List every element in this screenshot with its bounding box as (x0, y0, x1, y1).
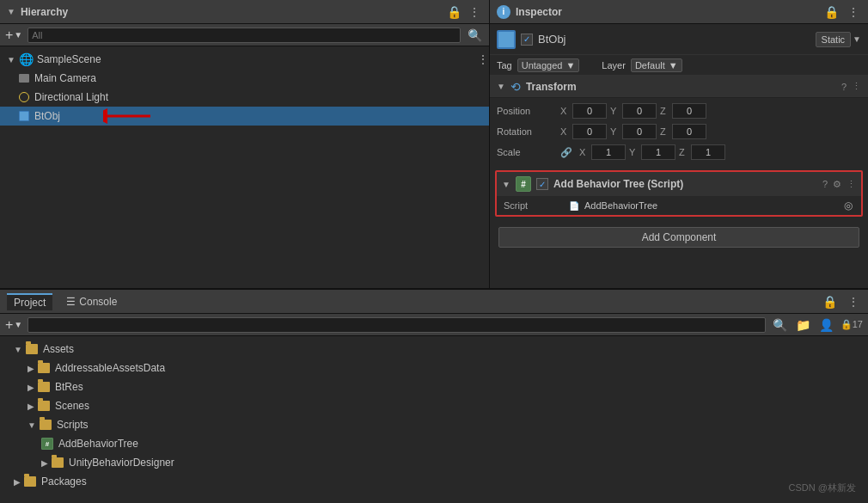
hierarchy-search-input[interactable] (28, 28, 461, 43)
script-addbehaviortree[interactable]: # AddBehaviorTree (7, 434, 861, 453)
script-ref-icon: 📄 (569, 201, 579, 211)
watermark: CSDN @林新发 (789, 482, 856, 494)
transform-settings-button[interactable]: ⋮ (852, 81, 861, 92)
folder-unitydesigner[interactable]: ▶ UnityBehaviorDesigner (7, 453, 861, 472)
scale-z-axis: Z (679, 147, 689, 157)
packages-expand-icon: ▶ (14, 477, 21, 487)
position-x-input[interactable] (572, 103, 607, 119)
bottom-lock-button[interactable]: 🔒 (821, 295, 839, 309)
bottom-more-button[interactable]: ⋮ (846, 295, 861, 309)
scripts-folder-icon (40, 420, 52, 430)
folder-scripts[interactable]: ▼ Scripts (7, 415, 861, 434)
scale-y-axis: Y (629, 147, 639, 157)
object-cube-icon (497, 30, 516, 49)
packages-root[interactable]: ▶ Packages (7, 472, 861, 491)
scene-root[interactable]: ▼ 🌐 SampleScene ⋮ (0, 50, 489, 69)
static-dropdown[interactable]: Static ▼ (816, 32, 861, 47)
position-x-item: X (560, 103, 607, 119)
folder-addressable[interactable]: ▶ AddressableAssetsData (7, 359, 861, 377)
rotation-y-input[interactable] (622, 124, 657, 139)
scripts-label: Scripts (57, 419, 89, 431)
red-arrow-indicator (103, 107, 155, 125)
transform-title: Transform (526, 81, 836, 93)
tree-item-main-camera[interactable]: Main Camera (0, 69, 489, 88)
object-enabled-checkbox[interactable]: ✓ (521, 34, 533, 46)
position-y-input[interactable] (622, 103, 657, 119)
scenes-folder-icon (38, 401, 50, 411)
scale-x-item: X (579, 144, 626, 160)
hierarchy-lock-button[interactable]: 🔒 (445, 5, 463, 19)
project-search-icon[interactable]: 🔍 (771, 318, 789, 332)
add-component-button[interactable]: Add Component (498, 227, 859, 248)
hierarchy-search-icon[interactable]: 🔍 (466, 28, 484, 42)
folder-scenes[interactable]: ▶ Scenes (7, 396, 861, 415)
tree-item-btobj[interactable]: BtObj (0, 107, 489, 126)
addressable-expand-icon: ▶ (28, 364, 34, 373)
tag-dropdown[interactable]: Untagged ▼ (517, 58, 580, 72)
assets-root[interactable]: ▼ Assets (7, 340, 861, 359)
light-icon (17, 90, 31, 104)
script-help-button[interactable]: ? (822, 179, 828, 189)
bottom-area: Project ☰ Console 🔒 ⋮ +▼ 🔍 📁 👤 🔒17 ▼ Ass… (0, 288, 868, 503)
bottom-toolbar: +▼ 🔍 📁 👤 🔒17 (0, 314, 868, 336)
inspector-more-button[interactable]: ⋮ (846, 5, 861, 19)
rotation-z-input[interactable] (672, 124, 706, 139)
script-file-icon: # (516, 176, 531, 192)
tag-label: Tag (497, 60, 512, 71)
addressable-label: AddressableAssetsData (55, 362, 165, 374)
scenes-label: Scenes (55, 400, 89, 412)
scale-x-axis: X (579, 147, 590, 157)
transform-help-button[interactable]: ? (841, 82, 847, 92)
folder-btres[interactable]: ▶ BtRes (7, 377, 861, 396)
project-search-input[interactable] (28, 317, 766, 333)
hierarchy-title: Hierarchy (21, 6, 440, 18)
layer-dropdown[interactable]: Default ▼ (631, 58, 682, 72)
hierarchy-toolbar: +▼ 🔍 (0, 24, 489, 46)
rotation-y-axis: Y (610, 126, 620, 137)
scale-y-input[interactable] (641, 144, 675, 160)
script-ref-target-button[interactable]: ◎ (842, 199, 854, 212)
hierarchy-header: ▼ Hierarchy 🔒 ⋮ (0, 0, 489, 24)
position-xyz: X Y Z (560, 103, 861, 119)
layer-label: Layer (602, 60, 626, 71)
scale-link-icon: 🔗 (560, 147, 572, 158)
transform-section-header: ▼ ⟲ Transform ? ⋮ (490, 76, 868, 98)
transform-section-icon: ⟲ (510, 80, 521, 94)
scale-z-input[interactable] (691, 144, 725, 160)
hierarchy-more-button[interactable]: ⋮ (467, 5, 482, 19)
tag-value: Untagged (522, 60, 563, 71)
scene-more-button[interactable]: ⋮ (477, 52, 489, 66)
project-folder-button[interactable]: 📁 (794, 318, 812, 332)
script-settings-button[interactable]: ⚙ (833, 179, 841, 190)
tab-console[interactable]: ☰ Console (59, 294, 124, 310)
scale-x-input[interactable] (591, 144, 626, 160)
hierarchy-add-button[interactable]: +▼ (5, 28, 22, 43)
directional-light-label: Directional Light (34, 91, 108, 103)
script-enabled-checkbox[interactable]: ✓ (536, 178, 548, 190)
btres-folder-icon (38, 382, 50, 392)
inspector-lock-button[interactable]: 🔒 (822, 5, 840, 19)
script-more-button[interactable]: ⋮ (847, 179, 856, 190)
project-person-button[interactable]: 👤 (817, 318, 835, 332)
rotation-z-item: Z (660, 124, 706, 139)
addbehaviortree-script-icon: # (41, 438, 53, 450)
packages-label: Packages (41, 475, 87, 488)
position-x-axis: X (560, 106, 571, 116)
project-add-button[interactable]: +▼ (5, 317, 22, 333)
tree-item-directional-light[interactable]: Directional Light (0, 88, 489, 107)
project-content: ▼ Assets ▶ AddressableAssetsData ▶ BtRes… (0, 336, 868, 503)
assets-folder-icon (26, 344, 38, 354)
static-dropdown-arrow: ▼ (853, 34, 861, 44)
script-row: Script 📄 AddBehaviorTree ◎ (497, 196, 861, 215)
scale-xyz: X Y Z (579, 144, 861, 160)
script-collapse-icon: ▼ (502, 180, 510, 189)
rotation-y-item: Y (610, 124, 657, 139)
tab-project[interactable]: Project (7, 293, 52, 310)
rotation-x-input[interactable] (572, 124, 607, 139)
position-y-axis: Y (610, 106, 620, 116)
console-tab-icon: ☰ (66, 296, 76, 308)
rotation-row: Rotation X Y Z (497, 122, 861, 141)
hierarchy-collapse-icon: ▼ (7, 7, 15, 16)
position-z-input[interactable] (672, 103, 706, 119)
position-label: Position (497, 106, 557, 116)
